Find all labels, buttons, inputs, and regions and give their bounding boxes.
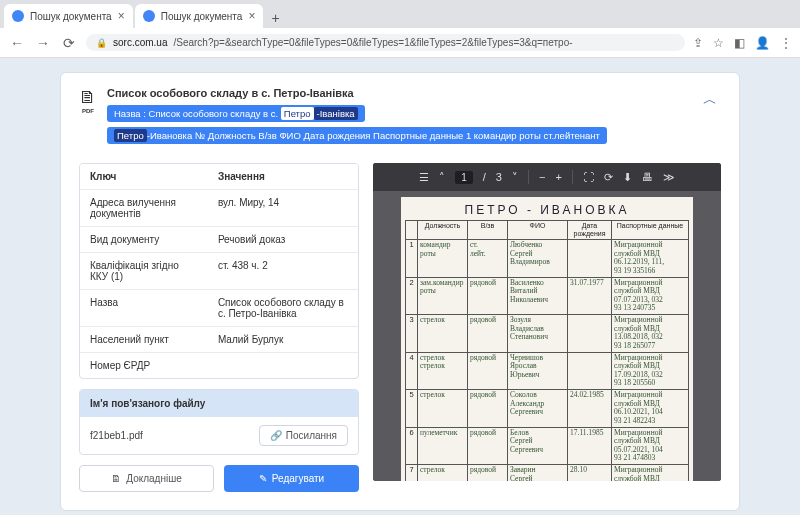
scan-row: 5стрелокрядовойСоколов Александр Сергеев… <box>406 390 689 428</box>
col-value: Значення <box>208 164 358 189</box>
scan-row: 2зам.командир ротырядовойВасиленко Витал… <box>406 277 689 315</box>
scan-col-header <box>406 221 418 240</box>
rotate-icon[interactable]: ⟳ <box>604 171 613 184</box>
url-path: /Search?p=&searchType=0&fileTypes=0&file… <box>173 37 572 48</box>
scan-row: 6пулеметчикрядовойБелов Сергей Сергеевич… <box>406 427 689 465</box>
star-icon[interactable]: ☆ <box>713 36 724 50</box>
related-file-block: Ім'я пов'язаного файлу f21beb1.pdf 🔗 Пос… <box>79 389 359 455</box>
table-row: НазваСписок особового складу в с. Петро-… <box>80 289 358 326</box>
table-row: Населений пунктМалий Бурлук <box>80 326 358 352</box>
lock-icon: 🔒 <box>96 38 107 48</box>
match-badge-title: Назва : Список особового складу в с. Пет… <box>107 105 365 122</box>
col-key: Ключ <box>80 164 208 189</box>
details-button[interactable]: 🗎 Докладніше <box>79 465 214 492</box>
chevron-up-icon: ︿ <box>703 91 717 107</box>
new-tab-button[interactable]: + <box>265 8 285 28</box>
reload-icon[interactable]: ⟳ <box>60 35 78 51</box>
document-title: Список особового складу в с. Петро-Івані… <box>107 87 689 99</box>
scan-col-header: Дата рождения <box>568 221 612 240</box>
page-total: 3 <box>496 171 502 183</box>
close-icon[interactable]: × <box>248 9 255 23</box>
back-icon[interactable]: ← <box>8 35 26 51</box>
favicon-icon <box>12 10 24 22</box>
download-icon[interactable]: ⬇ <box>623 171 632 184</box>
page-current[interactable]: 1 <box>455 171 473 184</box>
table-row: Вид документуРечовий доказ <box>80 226 358 252</box>
scan-row: 3стрелокрядовойЗозуля Владислав Степанов… <box>406 315 689 353</box>
fit-icon[interactable]: ⛶ <box>583 171 594 183</box>
browser-tab-strip: Пошук документа × Пошук документа × + <box>0 0 800 28</box>
sidebar-toggle-icon[interactable]: ☰ <box>419 171 429 184</box>
scan-col-header: Паспортные данные <box>612 221 689 240</box>
pdf-file-icon: 🗎 PDF <box>79 87 97 114</box>
metadata-table: Ключ Значення Адреса вилучення документі… <box>79 163 359 379</box>
print-icon[interactable]: 🖶 <box>642 171 653 183</box>
link-button[interactable]: 🔗 Посилання <box>259 425 348 446</box>
edit-icon: ✎ <box>259 473 267 484</box>
pdf-page[interactable]: ПЕТРО - ИВАНОВКА ДолжностьВ/звФИОДата ро… <box>373 191 721 481</box>
browser-tab-2[interactable]: Пошук документа × <box>135 4 264 28</box>
document-card: 🗎 PDF Список особового складу в с. Петро… <box>60 72 740 511</box>
page-down-icon[interactable]: ˅ <box>512 171 518 184</box>
scan-row: 1командир ротыст. лейт.Любченко Сергей В… <box>406 240 689 278</box>
address-bar[interactable]: 🔒 sorc.com.ua/Search?p=&searchType=0&fil… <box>86 34 685 51</box>
tab-title: Пошук документа <box>30 11 112 22</box>
browser-toolbar: ← → ⟳ 🔒 sorc.com.ua/Search?p=&searchType… <box>0 28 800 58</box>
url-host: sorc.com.ua <box>113 37 167 48</box>
zoom-in-icon[interactable]: + <box>555 171 561 183</box>
forward-icon[interactable]: → <box>34 35 52 51</box>
zoom-out-icon[interactable]: − <box>539 171 545 183</box>
table-row: Номер ЄРДР <box>80 352 358 378</box>
scan-table: ДолжностьВ/звФИОДата рожденияПаспортные … <box>405 220 689 481</box>
scan-col-header: ФИО <box>508 221 568 240</box>
pdf-viewer: ☰ ˄ 1 / 3 ˅ − + ⛶ ⟳ ⬇ 🖶 ≫ <box>373 163 721 481</box>
match-badge-content: Петро-Ивановка № Должность В/зв ФИО Дата… <box>107 127 607 144</box>
favicon-icon <box>143 10 155 22</box>
table-row: Кваліфікація згідно ККУ (1)ст. 438 ч. 2 <box>80 252 358 289</box>
page-up-icon[interactable]: ˄ <box>439 171 445 184</box>
scan-row: 4стрелок стрелокрядовойЧернишов Ярослав … <box>406 352 689 390</box>
share-icon[interactable]: ⇪ <box>693 36 703 50</box>
menu-icon[interactable]: ⋮ <box>780 36 792 50</box>
profile-icon[interactable]: 👤 <box>755 36 770 50</box>
scan-title: ПЕТРО - ИВАНОВКА <box>405 203 689 217</box>
link-icon: 🔗 <box>270 430 282 441</box>
scan-col-header: В/зв <box>468 221 508 240</box>
scanned-document: ПЕТРО - ИВАНОВКА ДолжностьВ/звФИОДата ро… <box>401 197 693 481</box>
extension-icon[interactable]: ◧ <box>734 36 745 50</box>
browser-tab-1[interactable]: Пошук документа × <box>4 4 133 28</box>
table-row: Адреса вилучення документіввул. Миру, 14 <box>80 189 358 226</box>
scan-col-header: Должность <box>418 221 468 240</box>
close-icon[interactable]: × <box>118 9 125 23</box>
tab-title: Пошук документа <box>161 11 243 22</box>
page-total-sep: / <box>483 171 486 183</box>
scan-row: 7стрелокрядовойЗаварин Сергей Сергеевич2… <box>406 465 689 481</box>
related-file-header: Ім'я пов'язаного файлу <box>80 390 358 417</box>
document-icon: 🗎 <box>111 473 121 484</box>
collapse-toggle[interactable]: ︿ <box>699 87 721 113</box>
file-name: f21beb1.pdf <box>90 430 251 441</box>
pdf-toolbar: ☰ ˄ 1 / 3 ˅ − + ⛶ ⟳ ⬇ 🖶 ≫ <box>373 163 721 191</box>
edit-button[interactable]: ✎ Редагувати <box>224 465 359 492</box>
more-icon[interactable]: ≫ <box>663 171 675 184</box>
